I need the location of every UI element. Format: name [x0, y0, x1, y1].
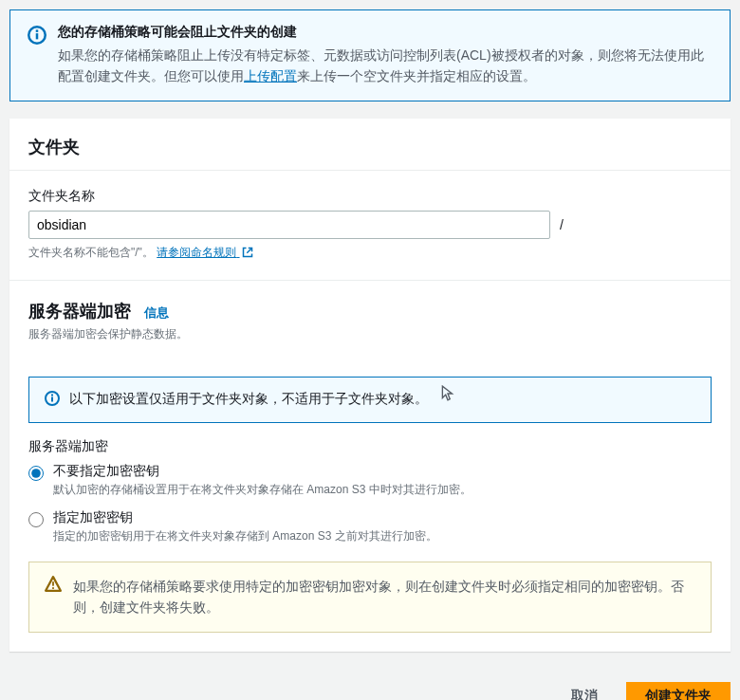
folder-name-input[interactable]: [28, 211, 550, 239]
encryption-section-desc: 服务器端加密会保护静态数据。: [28, 326, 712, 342]
encryption-key-warning-text: 如果您的存储桶策略要求使用特定的加密密钥加密对象，则在创建文件夹时必须指定相同的…: [73, 576, 695, 618]
svg-rect-6: [52, 581, 54, 586]
info-icon: [28, 24, 46, 87]
svg-rect-4: [51, 396, 53, 401]
naming-rules-link[interactable]: 请参阅命名规则: [157, 246, 252, 259]
encryption-scope-alert: 以下加密设置仅适用于文件夹对象，不适用于子文件夹对象。: [28, 377, 712, 423]
bucket-policy-alert: 您的存储桶策略可能会阻止文件夹的创建 如果您的存储桶策略阻止上传没有特定标签、元…: [9, 9, 731, 101]
svg-rect-5: [51, 394, 53, 396]
encryption-section-title: 服务器端加密: [28, 300, 131, 322]
encryption-option-none-desc: 默认加密的存储桶设置用于在将文件夹对象存储在 Amazon S3 中时对其进行加…: [53, 482, 472, 498]
folder-name-hint: 文件夹名称不能包含"/"。 请参阅命名规则: [28, 245, 712, 261]
encryption-section-header: 服务器端加密 信息 服务器端加密会保护静态数据。: [9, 280, 731, 350]
upload-config-link[interactable]: 上传配置: [244, 68, 297, 83]
encryption-option-specify-desc: 指定的加密密钥用于在将文件夹对象存储到 Amazon S3 之前对其进行加密。: [53, 528, 437, 544]
encryption-option-specify-label: 指定加密密钥: [53, 509, 437, 526]
info-icon: [45, 391, 60, 409]
encryption-info-link[interactable]: 信息: [144, 304, 169, 322]
encryption-option-specify-radio[interactable]: [28, 512, 44, 527]
svg-rect-2: [36, 29, 39, 32]
cancel-button[interactable]: 取消: [552, 682, 617, 700]
encryption-option-specify[interactable]: 指定加密密钥 指定的加密密钥用于在将文件夹对象存储到 Amazon S3 之前对…: [28, 509, 712, 544]
external-link-icon: [242, 247, 253, 261]
create-folder-button[interactable]: 创建文件夹: [626, 682, 731, 700]
encryption-scope-text: 以下加密设置仅适用于文件夹对象，不适用于子文件夹对象。: [69, 391, 428, 408]
encryption-option-none-radio[interactable]: [28, 466, 44, 481]
path-slash: /: [560, 217, 564, 232]
alert-body: 如果您的存储桶策略阻止上传没有特定标签、元数据或访问控制列表(ACL)被授权者的…: [58, 45, 712, 87]
encryption-group-label: 服务器端加密: [28, 438, 712, 455]
encryption-option-none[interactable]: 不要指定加密密钥 默认加密的存储桶设置用于在将文件夹对象存储在 Amazon S…: [28, 463, 712, 498]
encryption-option-none-label: 不要指定加密密钥: [53, 463, 472, 480]
folder-section-title: 文件夹: [28, 136, 712, 158]
svg-rect-7: [52, 587, 54, 589]
svg-rect-1: [36, 33, 39, 39]
encryption-key-warning: 如果您的存储桶策略要求使用特定的加密密钥加密对象，则在创建文件夹时必须指定相同的…: [28, 562, 712, 633]
folder-card: 文件夹 文件夹名称 / 文件夹名称不能包含"/"。 请参阅命名规则 服务器端加密…: [9, 119, 731, 652]
warning-icon: [45, 576, 62, 618]
folder-name-label: 文件夹名称: [28, 188, 712, 205]
cursor-icon: [441, 385, 454, 405]
form-actions: 取消 创建文件夹: [9, 669, 731, 700]
alert-title: 您的存储桶策略可能会阻止文件夹的创建: [58, 24, 712, 41]
encryption-radio-group: 服务器端加密 不要指定加密密钥 默认加密的存储桶设置用于在将文件夹对象存储在 A…: [28, 438, 712, 544]
